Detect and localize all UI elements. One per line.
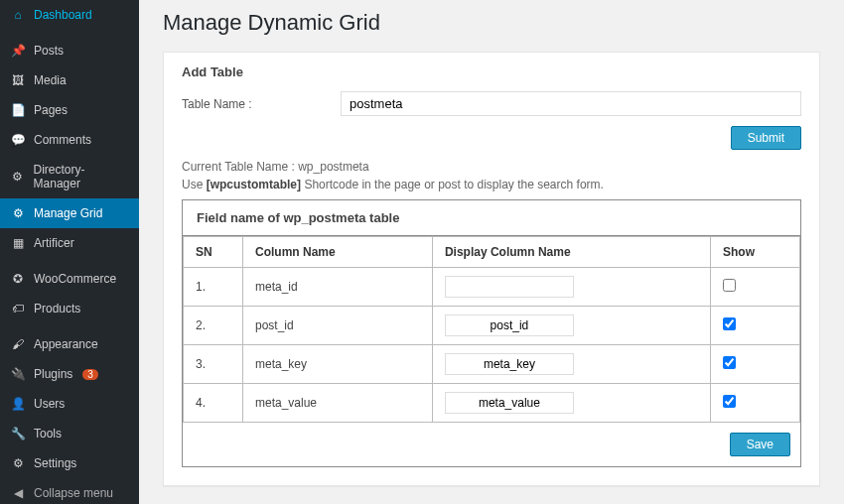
tools-icon: 🔧 bbox=[10, 427, 26, 441]
sidebar-item-dashboard[interactable]: ⌂Dashboard bbox=[0, 0, 139, 30]
cell-sn: 3. bbox=[184, 345, 243, 384]
sidebar-item-products[interactable]: 🏷Products bbox=[0, 294, 139, 323]
show-checkbox[interactable] bbox=[723, 317, 736, 330]
table-name-input[interactable] bbox=[341, 91, 801, 116]
label: Products bbox=[34, 302, 80, 315]
col-sn: SN bbox=[184, 237, 243, 268]
label: Users bbox=[34, 397, 65, 411]
sidebar-item-posts[interactable]: 📌Posts bbox=[0, 36, 139, 65]
label: Media bbox=[34, 73, 67, 87]
brush-icon: 🖌 bbox=[10, 337, 26, 351]
page-title: Manage Dynamic Grid bbox=[163, 10, 820, 36]
label: WooCommerce bbox=[34, 272, 116, 286]
cell-display-name bbox=[432, 307, 710, 345]
save-button[interactable]: Save bbox=[730, 433, 790, 456]
sidebar-item-comments[interactable]: 💬Comments bbox=[0, 125, 139, 155]
sidebar-item-pages[interactable]: 📄Pages bbox=[0, 95, 139, 125]
main-content: Manage Dynamic Grid Add Table Table Name… bbox=[139, 0, 844, 504]
display-name-input[interactable] bbox=[445, 315, 574, 336]
users-icon: 👤 bbox=[10, 397, 26, 411]
cell-show bbox=[711, 307, 800, 345]
comments-icon: 💬 bbox=[10, 133, 26, 147]
label: Tools bbox=[34, 427, 62, 441]
sidebar-item-media[interactable]: 🖼Media bbox=[0, 65, 139, 95]
table-row: 4.meta_value bbox=[184, 384, 800, 423]
gear-icon: ⚙ bbox=[10, 206, 26, 220]
sidebar-item-tools[interactable]: 🔧Tools bbox=[0, 419, 139, 448]
media-icon: 🖼 bbox=[10, 73, 26, 87]
label: Directory-Manager bbox=[34, 163, 129, 190]
sidebar-item-woocommerce[interactable]: ✪WooCommerce bbox=[0, 264, 139, 294]
gear-icon: ⚙ bbox=[10, 170, 26, 184]
table-row: 2.post_id bbox=[184, 307, 800, 345]
sidebar-item-settings[interactable]: ⚙Settings bbox=[0, 448, 139, 478]
plug-icon: 🔌 bbox=[10, 367, 26, 381]
table-row: 1.meta_id bbox=[184, 268, 800, 307]
dashboard-icon: ⌂ bbox=[10, 8, 26, 22]
panel: Add Table Table Name : Submit Current Ta… bbox=[163, 52, 820, 486]
col-column-name: Column Name bbox=[243, 237, 433, 268]
sidebar-item-artificer[interactable]: ▦Artificer bbox=[0, 228, 139, 258]
theme-icon: ▦ bbox=[10, 236, 26, 250]
plugins-badge: 3 bbox=[82, 369, 98, 380]
cell-show bbox=[711, 268, 800, 307]
sidebar-item-users[interactable]: 👤Users bbox=[0, 389, 139, 419]
label: Comments bbox=[34, 133, 91, 147]
cell-column-name: meta_key bbox=[243, 345, 433, 384]
label: Artificer bbox=[34, 236, 74, 250]
label: Pages bbox=[34, 103, 68, 117]
display-name-input[interactable] bbox=[445, 392, 574, 414]
cell-display-name bbox=[432, 384, 710, 423]
sidebar-item-appearance[interactable]: 🖌Appearance bbox=[0, 329, 139, 359]
col-display-name: Display Column Name bbox=[432, 237, 710, 268]
sidebar-item-plugins[interactable]: 🔌Plugins3 bbox=[0, 359, 139, 389]
label: Manage Grid bbox=[34, 206, 102, 220]
cell-display-name bbox=[432, 268, 710, 307]
collapse-icon: ◀ bbox=[10, 486, 26, 500]
collapse-menu[interactable]: ◀Collapse menu bbox=[0, 478, 139, 504]
cell-sn: 2. bbox=[184, 307, 243, 345]
col-show: Show bbox=[711, 237, 800, 268]
label: Plugins bbox=[34, 367, 72, 381]
label: Dashboard bbox=[34, 8, 92, 22]
cell-sn: 4. bbox=[184, 384, 243, 423]
table-row: 3.meta_key bbox=[184, 345, 800, 384]
label: Posts bbox=[34, 44, 64, 58]
cell-column-name: meta_value bbox=[243, 384, 433, 423]
woo-icon: ✪ bbox=[10, 272, 26, 286]
label: Settings bbox=[34, 456, 76, 470]
sidebar-item-manage-grid[interactable]: ⚙Manage Grid bbox=[0, 198, 139, 228]
cell-column-name: post_id bbox=[243, 307, 433, 345]
admin-sidebar: ⌂Dashboard 📌Posts 🖼Media 📄Pages 💬Comment… bbox=[0, 0, 139, 504]
show-checkbox[interactable] bbox=[723, 395, 736, 408]
table-name-label: Table Name : bbox=[182, 97, 321, 111]
cell-display-name bbox=[432, 345, 710, 384]
cell-show bbox=[711, 345, 800, 384]
shortcode-help: Use [wpcustomtable] Shortcode in the pag… bbox=[182, 178, 801, 191]
submit-button[interactable]: Submit bbox=[731, 126, 801, 150]
page-icon: 📄 bbox=[10, 103, 26, 117]
display-name-input[interactable] bbox=[445, 353, 574, 375]
display-name-input[interactable] bbox=[445, 276, 574, 298]
label: Appearance bbox=[34, 337, 98, 351]
settings-icon: ⚙ bbox=[10, 456, 26, 470]
grid-heading: Field name of wp_postmeta table bbox=[183, 200, 800, 236]
add-table-heading: Add Table bbox=[182, 64, 801, 79]
pin-icon: 📌 bbox=[10, 44, 26, 58]
show-checkbox[interactable] bbox=[723, 356, 736, 369]
cell-column-name: meta_id bbox=[243, 268, 433, 307]
current-table-text: Current Table Name : wp_postmeta bbox=[182, 160, 801, 174]
sidebar-item-directory-manager[interactable]: ⚙Directory-Manager bbox=[0, 155, 139, 198]
cell-show bbox=[711, 384, 800, 423]
label: Collapse menu bbox=[34, 486, 113, 500]
product-icon: 🏷 bbox=[10, 302, 26, 315]
cell-sn: 1. bbox=[184, 268, 243, 307]
fields-grid: Field name of wp_postmeta table SN Colum… bbox=[182, 199, 801, 467]
show-checkbox[interactable] bbox=[723, 279, 736, 292]
